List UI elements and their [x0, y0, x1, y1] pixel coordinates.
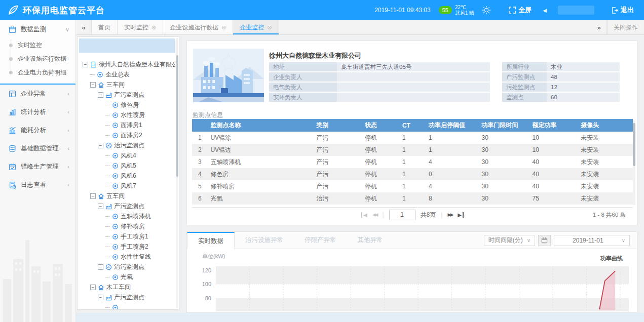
table-scrollbar[interactable] [633, 120, 635, 205]
fullscreen-button[interactable]: 全屏 [509, 6, 532, 15]
table-row[interactable]: 1UV辊涂产污停机113010未安装 [192, 132, 633, 144]
factory-icon [105, 203, 112, 210]
tab-企业设施运行数据[interactable]: 企业设施运行数据⊗ [163, 20, 233, 34]
tree-node[interactable]: −徐州大自然德森堡木业有限公司 [78, 59, 175, 69]
table-row[interactable]: 4修色房产污停机103040未安装 [192, 168, 633, 180]
table-cell: 未安装 [578, 180, 633, 192]
interval-select[interactable]: 时间间隔(分) ∨ [484, 235, 535, 246]
sidebar-item-错峰生产管理[interactable]: 错峰生产管理‹ [0, 157, 75, 176]
tab-label: 企业监控 [240, 23, 264, 32]
collapse-toggle-icon[interactable]: − [98, 264, 103, 270]
tree-node[interactable] [78, 302, 175, 309]
tree-node[interactable]: 风机6 [78, 171, 175, 181]
table-cell: UV辊边 [207, 144, 313, 156]
chevron-left-icon: ‹ [67, 145, 69, 151]
tree-node[interactable]: −三车间 [78, 79, 175, 90]
sidebar-item-日志查看[interactable]: 日志查看‹ [0, 176, 75, 194]
tree-node[interactable]: −木工车间 [78, 282, 175, 292]
tree-selected-row[interactable] [79, 38, 175, 53]
tree-node[interactable]: 光氧 [78, 272, 175, 282]
tree-node[interactable]: −治污监测点 [78, 262, 175, 272]
tree-node[interactable]: 面漆房1 [78, 120, 175, 130]
page-input[interactable] [389, 210, 415, 220]
tree-node[interactable]: 修色房 [78, 100, 175, 110]
collapse-toggle-icon[interactable]: − [90, 82, 96, 88]
tab-企业监控[interactable]: 企业监控⊗ [233, 20, 279, 34]
sidebar-subitem-实时监控[interactable]: 实时监控 [0, 38, 75, 52]
company-name: 徐州大自然德森堡木业有限公司 [269, 51, 361, 60]
chevron-down-icon: ∨ [65, 26, 69, 33]
tab-实时监控[interactable]: 实时监控⊗ [118, 20, 163, 34]
sidebar-item-企业异常[interactable]: 企业异常‹ [0, 85, 75, 103]
tree-scrollbar-thumb[interactable] [176, 55, 178, 177]
collapse-toggle-icon[interactable]: − [98, 204, 103, 209]
last-page-icon[interactable]: ▶ [458, 212, 464, 218]
tree-node-label: 水性喷房 [121, 111, 145, 119]
company-fields-right: 所属行业木业产污监测点48污处监测点12监测点60 [502, 62, 620, 103]
scroll-tabs-right-button[interactable]: » [591, 20, 607, 34]
tree-node[interactable]: −产污监测点 [78, 292, 175, 302]
close-operations-button[interactable]: 关闭操作 [607, 20, 644, 34]
table-cell: 产污 [313, 156, 362, 168]
sidebar-subitem-企业电力负荷明细[interactable]: 企业电力负荷明细 [0, 66, 75, 79]
tree-node[interactable]: 修补喷房 [78, 221, 175, 231]
calendar-button[interactable] [538, 235, 551, 246]
tree-node-label: 产污监测点 [114, 202, 144, 211]
factory-icon [105, 294, 112, 301]
user-area[interactable] [558, 6, 594, 15]
collapse-toggle-icon[interactable]: − [90, 193, 96, 199]
table-row[interactable]: 6光氧治污停机183075未安装 [192, 192, 633, 205]
sidebar-section: 数据监测∨实时监控企业设施运行数据企业电力负荷明细 [0, 20, 75, 85]
logout-button[interactable]: 退出 [612, 6, 634, 15]
bottom-tab-实时数据[interactable]: 实时数据 [187, 232, 235, 249]
tree-node[interactable]: 风机7 [78, 181, 175, 191]
tree-node[interactable]: 风机4 [78, 150, 175, 160]
tree-node[interactable]: 水性喷房 [78, 110, 175, 120]
sidebar-item-统计分析[interactable]: 统计分析‹ [0, 103, 75, 121]
collapse-caret-icon[interactable]: ◀ [543, 8, 547, 13]
tree-node[interactable]: 手工喷房1 [78, 231, 175, 242]
tree-node[interactable]: −五车间 [78, 191, 175, 201]
collapse-toggle-icon[interactable]: − [90, 285, 96, 290]
date-select[interactable]: 2019-11-01 ∨ [554, 235, 630, 246]
prev-page-icon[interactable]: ◀◀ [372, 212, 377, 217]
table-row[interactable]: 3五轴喷漆机产污停机143040未安装 [192, 156, 633, 168]
bottom-tab-治污设施异常[interactable]: 治污设施异常 [235, 232, 294, 249]
tree-node[interactable]: 企业总表 [78, 69, 175, 79]
table-scrollbar-thumb[interactable] [633, 123, 635, 166]
next-page-icon[interactable]: ▶▶ [447, 212, 452, 217]
bottom-tab-停限产异常[interactable]: 停限产异常 [294, 232, 347, 249]
collapse-toggle-icon[interactable]: − [98, 295, 103, 300]
table-cell: 30 [478, 168, 529, 180]
tree-node[interactable]: 面漆房2 [78, 130, 175, 140]
bottom-tab-其他异常[interactable]: 其他异常 [347, 232, 394, 249]
tree-node[interactable]: 手工喷房2 [78, 242, 175, 252]
weather-text: 22℃ 北风1 晴 [455, 5, 474, 16]
sidebar-item-数据监测[interactable]: 数据监测∨ [0, 20, 75, 38]
first-page-icon[interactable]: ◀ [361, 212, 367, 218]
collapse-toggle-icon[interactable]: − [98, 143, 103, 148]
collapse-toggle-icon[interactable]: − [83, 62, 88, 67]
tab-首页[interactable]: 首页 [92, 20, 118, 34]
tab-close-icon[interactable]: ⊗ [267, 24, 272, 31]
tree-node[interactable]: 水性往复线 [78, 252, 175, 262]
sidebar-subitem-企业设施运行数据[interactable]: 企业设施运行数据 [0, 52, 75, 66]
sidebar-item-能耗分析[interactable]: 能耗分析‹ [0, 121, 75, 139]
tree-connector [105, 216, 110, 217]
tree-node[interactable]: 五轴喷漆机 [78, 211, 175, 221]
chevron-left-icon: ‹ [67, 109, 69, 115]
point-icon [112, 254, 119, 260]
tree-scrollbar[interactable] [176, 38, 178, 308]
table-cell: 10 [529, 144, 578, 156]
tree-node[interactable]: −治污监测点 [78, 140, 175, 150]
tab-close-icon[interactable]: ⊗ [151, 24, 156, 31]
collapse-toggle-icon[interactable]: − [98, 92, 103, 98]
tab-close-icon[interactable]: ⊗ [221, 24, 226, 31]
tree-node[interactable]: −产污监测点 [78, 201, 175, 211]
table-row[interactable]: 5修补喷房产污停机143040未安装 [192, 180, 633, 192]
tree-node[interactable]: −产污监测点 [78, 90, 175, 100]
sidebar-item-基础数据管理[interactable]: 基础数据管理‹ [0, 139, 75, 157]
tree-node[interactable]: 风机5 [78, 160, 175, 171]
scroll-tabs-left-button[interactable]: « [76, 20, 92, 34]
table-row[interactable]: 2UV辊边产污停机113010未安装 [192, 144, 633, 156]
